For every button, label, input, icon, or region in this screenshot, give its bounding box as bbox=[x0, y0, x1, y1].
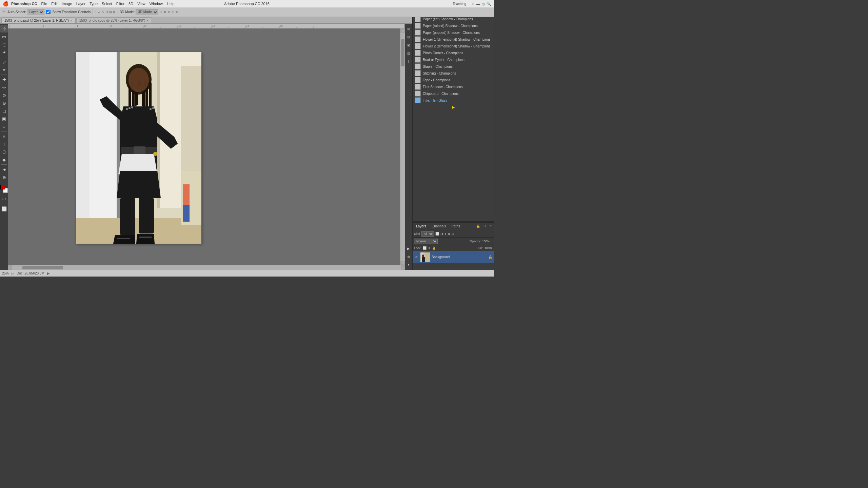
crop-tool[interactable]: ⤢ bbox=[0, 58, 8, 66]
style-item[interactable]: Paper (raised) Shadow - Champions bbox=[413, 22, 494, 29]
quick-mask-mode[interactable]: ⬭ bbox=[0, 195, 8, 203]
vscroll-thumb[interactable] bbox=[401, 39, 405, 66]
kind-filter-pixel[interactable]: ⬜ bbox=[435, 232, 439, 236]
apple-menu[interactable]: 🍎 bbox=[0, 1, 11, 6]
hscroll-left-btn[interactable]: ◁ bbox=[8, 265, 12, 270]
eyedropper-tool[interactable]: ✒ bbox=[0, 66, 8, 74]
status-arrow-btn[interactable]: ▶ bbox=[47, 271, 50, 275]
panel-tools-5[interactable]: T bbox=[405, 58, 412, 65]
panel-tools-6[interactable]: ▶ bbox=[405, 245, 412, 252]
document-tab-1[interactable]: 1503_photo.psd @ 25% (Layer 1, RGB/8*) ✕ bbox=[1, 17, 76, 23]
panel-tools-3[interactable]: ⊠ bbox=[405, 41, 412, 49]
vertical-scrollbar[interactable]: △ ▽ bbox=[400, 28, 405, 265]
tab-channels[interactable]: Channels bbox=[430, 224, 447, 229]
lasso-tool[interactable]: ◌ bbox=[0, 41, 8, 48]
pen-tool[interactable]: ⌾ bbox=[0, 133, 8, 140]
heal-tool[interactable]: ✚ bbox=[0, 76, 8, 83]
color-boxes[interactable] bbox=[0, 185, 8, 193]
show-transform-label[interactable]: Show Transform Controls bbox=[52, 10, 91, 14]
kind-dropdown[interactable]: All bbox=[421, 231, 434, 237]
path-select-tool[interactable]: ⬡ bbox=[0, 148, 8, 156]
3d-mode-dropdown[interactable]: 3D Mode bbox=[136, 9, 158, 15]
panel-tools-8[interactable]: ✦ bbox=[405, 261, 412, 268]
shape-tool[interactable]: ◆ bbox=[0, 156, 8, 163]
menu-filter[interactable]: Filter bbox=[114, 1, 126, 6]
triangle-icon[interactable]: ▷ bbox=[12, 272, 14, 275]
menu-select[interactable]: Select bbox=[100, 1, 114, 6]
lock-all-btn[interactable]: 🔒 bbox=[432, 246, 436, 250]
lock-position-btn[interactable]: ✚ bbox=[428, 246, 431, 250]
panel-tools-2[interactable]: ⊟ bbox=[405, 33, 412, 41]
dodge-tool[interactable]: ○ bbox=[0, 123, 8, 130]
history-brush-tool[interactable]: ⊚ bbox=[0, 99, 8, 107]
style-item[interactable]: Brad or Eyelet - Champions bbox=[413, 56, 494, 63]
layers-add-button[interactable]: + bbox=[484, 224, 486, 228]
vscroll-up-btn[interactable]: △ bbox=[400, 28, 405, 33]
3d-tool-1[interactable]: ⊕ bbox=[159, 10, 162, 14]
styles-scroll-arrow[interactable]: ▶ bbox=[413, 104, 494, 110]
menu-file[interactable]: File bbox=[39, 1, 49, 6]
menu-edit[interactable]: Edit bbox=[49, 1, 60, 6]
hscroll-thumb[interactable] bbox=[22, 266, 63, 269]
panel-tools-4[interactable]: ⊡ bbox=[405, 49, 412, 57]
doc-tab-1-close[interactable]: ✕ bbox=[70, 19, 73, 22]
style-item[interactable]: Paper (popped) Shadow - Champions bbox=[413, 29, 494, 36]
style-item[interactable]: Staple - Champions bbox=[413, 63, 494, 70]
tab-layers[interactable]: Layers bbox=[415, 224, 428, 229]
text-tool[interactable]: T bbox=[0, 140, 8, 148]
menu-help[interactable]: Help bbox=[165, 1, 177, 6]
magic-wand-tool[interactable]: ✦ bbox=[0, 48, 8, 56]
style-item[interactable]: Tape - Champions bbox=[413, 77, 494, 83]
menu-image[interactable]: Image bbox=[60, 1, 74, 6]
3d-tool-3[interactable]: ⊘ bbox=[167, 10, 171, 14]
marquee-tool[interactable]: ▭ bbox=[0, 33, 8, 40]
style-item[interactable]: Flower 2 (dimensional) Shadow - Champion… bbox=[413, 43, 494, 49]
menu-view[interactable]: View bbox=[135, 1, 147, 6]
kind-filter-adjust[interactable]: ◑ bbox=[440, 232, 443, 236]
3d-tool-5[interactable]: ⊛ bbox=[176, 10, 179, 14]
tab-paths[interactable]: Paths bbox=[450, 224, 461, 229]
3d-tool-4[interactable]: ⊙ bbox=[172, 10, 175, 14]
opacity-value[interactable]: 100% bbox=[482, 240, 492, 243]
eraser-tool[interactable]: ◻ bbox=[0, 107, 8, 115]
menu-3d[interactable]: 3D bbox=[126, 1, 135, 6]
move-tool[interactable]: ✢ bbox=[0, 25, 8, 33]
zoom-level[interactable]: 25% bbox=[2, 271, 9, 275]
lock-pixels-btn[interactable]: ⬜ bbox=[423, 246, 427, 250]
doc-tab-2-close[interactable]: ✕ bbox=[146, 19, 149, 22]
hscroll-right-btn[interactable]: ▷ bbox=[401, 265, 405, 270]
zoom-tool[interactable]: ⊕ bbox=[0, 174, 8, 181]
layer-visibility-eye[interactable]: 👁 bbox=[414, 255, 419, 260]
autofill-dropdown[interactable]: Layer bbox=[27, 9, 44, 15]
layers-options-icon[interactable]: ≡ bbox=[490, 224, 492, 228]
document-tab-2[interactable]: 1503_photo copy @ 25% (Layer 1, RGB/8*) … bbox=[76, 17, 152, 23]
menu-layer[interactable]: Layer bbox=[74, 1, 88, 6]
hand-tool[interactable]: ☚ bbox=[0, 166, 8, 173]
kind-filter-shape[interactable]: ◆ bbox=[448, 232, 450, 236]
workspace-selector[interactable]: Teaching bbox=[450, 2, 469, 6]
blend-mode-dropdown[interactable]: Normal Dissolve Multiply Screen bbox=[414, 239, 438, 244]
show-transform-checkbox[interactable] bbox=[46, 10, 51, 14]
magnifier-icon[interactable]: 🔍 bbox=[487, 2, 491, 6]
screen-mode[interactable]: ⬜ bbox=[0, 205, 8, 212]
menu-type[interactable]: Type bbox=[87, 1, 100, 6]
panel-tools-1[interactable]: ⊞ bbox=[405, 25, 412, 33]
kind-filter-smart[interactable]: ⊙ bbox=[452, 232, 454, 236]
foreground-color-swatch[interactable] bbox=[0, 185, 5, 189]
style-item[interactable]: Photo Corner - Champions bbox=[413, 49, 494, 56]
gradient-tool[interactable]: ▣ bbox=[0, 115, 8, 122]
layers-lock-icon[interactable]: 🔒 bbox=[476, 224, 480, 228]
menu-window[interactable]: Window bbox=[147, 1, 165, 6]
stamp-tool[interactable]: ⊙ bbox=[0, 92, 8, 99]
3d-tool-2[interactable]: ⊗ bbox=[163, 10, 166, 14]
panel-tools-7[interactable]: ⊕ bbox=[405, 253, 412, 260]
vscroll-down-btn[interactable]: ▽ bbox=[400, 261, 405, 265]
fill-value[interactable]: 100% bbox=[485, 246, 492, 250]
brush-tool[interactable]: ✏ bbox=[0, 84, 8, 91]
kind-filter-type[interactable]: T bbox=[445, 232, 447, 236]
style-item[interactable]: Flower 1 (dimensional) Shadow - Champion… bbox=[413, 36, 494, 43]
style-item[interactable]: Chipboard - Champions bbox=[413, 90, 494, 97]
style-item[interactable]: Stitching - Champions bbox=[413, 70, 494, 77]
style-item-title[interactable]: Title: Thin Glass bbox=[413, 97, 494, 104]
layer-item-background[interactable]: 👁 Background 🔒 bbox=[413, 251, 494, 263]
